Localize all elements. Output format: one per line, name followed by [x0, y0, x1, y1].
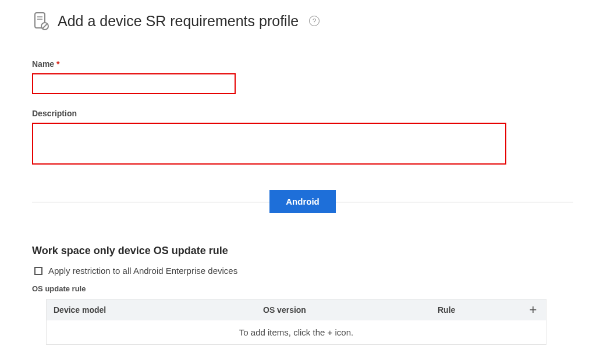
os-update-rule-table: Device model OS version Rule + To add it…: [46, 299, 546, 345]
add-row-button[interactable]: +: [520, 302, 546, 317]
description-label: Description: [32, 109, 575, 118]
description-input[interactable]: [32, 123, 506, 165]
os-update-rule-label: OS update rule: [32, 284, 575, 293]
device-profile-icon: [32, 12, 51, 30]
plus-icon: +: [530, 302, 537, 317]
name-input[interactable]: [32, 73, 236, 94]
apply-restriction-label: Apply restriction to all Android Enterpr…: [48, 266, 237, 276]
table-empty-message: To add items, click the + icon.: [47, 320, 546, 344]
table-header-rule: Rule: [431, 299, 520, 320]
help-icon[interactable]: ?: [309, 16, 320, 26]
tab-android[interactable]: Android: [269, 190, 336, 213]
table-header-device-model: Device model: [47, 299, 256, 320]
table-header-os-version: OS version: [256, 299, 431, 320]
page-title: Add a device SR requirements profile: [58, 13, 299, 30]
name-label: Name *: [32, 59, 575, 69]
apply-restriction-checkbox[interactable]: [34, 267, 42, 275]
section-title: Work space only device OS update rule: [32, 245, 575, 257]
name-label-text: Name: [32, 59, 54, 69]
table-header: Device model OS version Rule +: [47, 299, 546, 320]
required-indicator: *: [56, 59, 59, 69]
